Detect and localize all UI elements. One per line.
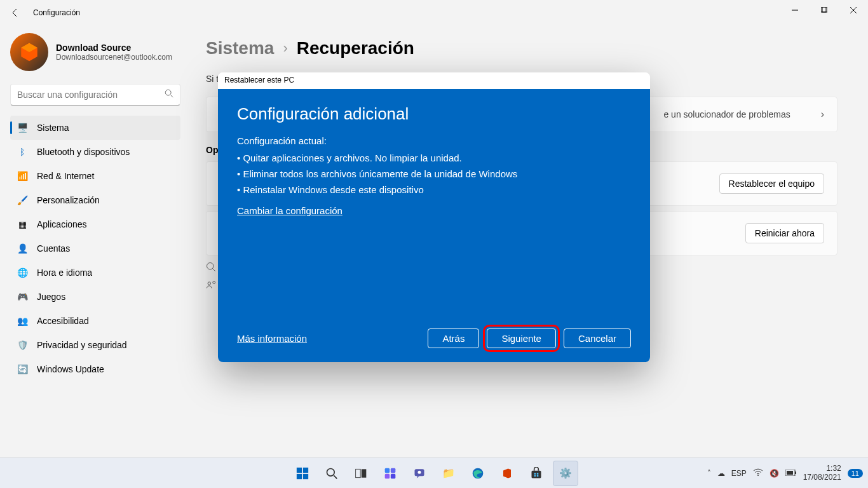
svg-point-5 [213,281,215,284]
tray-volume-icon[interactable]: 🔇 [770,469,779,478]
search-taskbar-button[interactable] [319,461,344,486]
profile-email: Downloadsourcenet@outlook.com [56,53,172,62]
sidebar-item-red[interactable]: 📶Red & Internet [10,164,180,188]
svg-rect-9 [303,473,308,478]
sidebar-item-accesibilidad[interactable]: 👥Accesibilidad [10,309,180,333]
next-button-dialog[interactable]: Siguiente [487,329,556,348]
change-config-link[interactable]: Cambiar la configuración [237,205,631,216]
onedrive-icon[interactable]: ☁ [717,469,725,478]
sidebar-item-update[interactable]: 🔄Windows Update [10,357,180,381]
person-icon: 👤 [17,243,28,254]
minimize-button[interactable] [780,0,810,20]
bluetooth-icon: ᛒ [17,146,28,158]
svg-point-25 [757,475,759,476]
back-button[interactable] [5,3,25,23]
arrow-left-icon [10,8,20,18]
store-icon [530,467,543,480]
dialog-config-list: Quitar aplicaciones y archivos. No limpi… [237,150,631,198]
sidebar-item-privacidad[interactable]: 🛡️Privacidad y seguridad [10,333,180,357]
sidebar-item-label: Aplicaciones [37,219,87,229]
tray-battery-icon[interactable] [785,469,797,478]
reset-pc-button[interactable]: Restablecer el equipo [719,173,824,194]
tray-clock[interactable]: 1:32 17/08/2021 [803,464,841,482]
taskview-icon [355,467,367,480]
sidebar-item-hora[interactable]: 🌐Hora e idioma [10,261,180,285]
close-button[interactable] [839,0,868,20]
svg-point-3 [207,263,214,270]
svg-rect-28 [787,471,793,475]
brush-icon: 🖌️ [17,194,28,206]
globe-icon: 🌐 [17,267,28,278]
restart-now-button[interactable]: Reiniciar ahora [745,223,824,243]
wifi-icon: 📶 [17,170,28,182]
apps-icon: ▦ [17,219,28,230]
titlebar: Configuración [0,0,868,25]
search-box[interactable] [10,84,180,105]
dialog-config-item: Quitar aplicaciones y archivos. No limpi… [237,150,631,166]
svg-rect-23 [534,475,536,477]
svg-point-2 [165,90,171,95]
more-info-link[interactable]: Más información [237,333,307,344]
sidebar: Download Source Downloadsourcenet@outloo… [0,25,191,458]
search-input[interactable] [17,90,165,100]
reset-pc-dialog: Restablecer este PC Configuración adicio… [218,72,650,362]
sidebar-item-aplicaciones[interactable]: ▦Aplicaciones [10,212,180,236]
notification-badge[interactable]: 11 [848,469,863,478]
tray-wifi-icon[interactable] [753,468,763,478]
sidebar-item-sistema[interactable]: 🖥️Sistema [10,116,180,140]
maximize-button[interactable] [810,0,839,20]
sidebar-item-label: Windows Update [37,364,104,374]
sidebar-item-label: Bluetooth y dispositivos [37,147,130,157]
taskview-button[interactable] [348,461,374,486]
profile-area[interactable]: Download Source Downloadsourcenet@outloo… [10,33,180,71]
sidebar-item-juegos[interactable]: 🎮Juegos [10,285,180,309]
sidebar-item-bluetooth[interactable]: ᛒBluetooth y dispositivos [10,140,180,164]
breadcrumb-current: Recuperación [297,38,414,58]
tray-chevron-icon[interactable]: ˄ [707,469,711,478]
profile-name: Download Source [56,43,172,53]
explorer-button[interactable]: 📁 [436,461,461,486]
tray-time: 1:32 [803,464,841,473]
accessibility-icon: 👥 [17,315,28,327]
tray-lang[interactable]: ESP [731,469,747,478]
sidebar-item-personalizacion[interactable]: 🖌️Personalización [10,188,180,212]
display-icon: 🖥️ [17,122,28,133]
cancel-button-dialog[interactable]: Cancelar [564,329,631,348]
sidebar-item-label: Hora e idioma [37,268,92,278]
taskbar-center: 📁 ⚙️ [290,461,578,486]
taskbar: 📁 ⚙️ ˄ ☁ ESP 🔇 1:32 17/08/2021 11 [0,458,868,488]
chat-button[interactable] [407,461,432,486]
svg-point-10 [327,468,335,476]
edge-button[interactable] [465,461,491,486]
svg-rect-13 [385,468,390,473]
sidebar-item-label: Cuentas [37,243,70,254]
breadcrumb-parent[interactable]: Sistema [206,38,274,58]
sidebar-item-label: Red & Internet [37,171,94,181]
back-button-dialog[interactable]: Atrás [428,329,479,348]
svg-rect-12 [362,469,367,477]
svg-rect-16 [391,473,396,478]
sidebar-item-label: Accesibilidad [37,316,89,326]
store-button[interactable] [524,461,549,486]
sidebar-item-label: Sistema [37,123,69,133]
shield-icon: 🛡️ [17,339,28,351]
sidebar-item-label: Personalización [37,195,100,205]
sidebar-item-cuentas[interactable]: 👤Cuentas [10,236,180,261]
svg-rect-20 [532,470,541,478]
window-title: Configuración [33,8,80,17]
widgets-button[interactable] [377,461,403,486]
office-button[interactable] [494,461,520,486]
gamepad-icon: 🎮 [17,291,28,302]
settings-taskbar-button[interactable]: ⚙️ [553,461,578,486]
folder-icon: 📁 [442,467,455,479]
troubleshoot-text: e un solucionador de problemas [663,109,790,119]
windows-icon [295,466,309,480]
svg-point-18 [418,470,421,473]
dialog-config-item: Eliminar todos los archivos únicamente d… [237,166,631,182]
svg-rect-1 [822,7,827,12]
svg-point-4 [208,282,211,285]
svg-rect-21 [534,473,536,475]
svg-rect-27 [795,471,796,474]
chevron-right-icon: › [821,109,824,120]
start-button[interactable] [290,461,315,486]
